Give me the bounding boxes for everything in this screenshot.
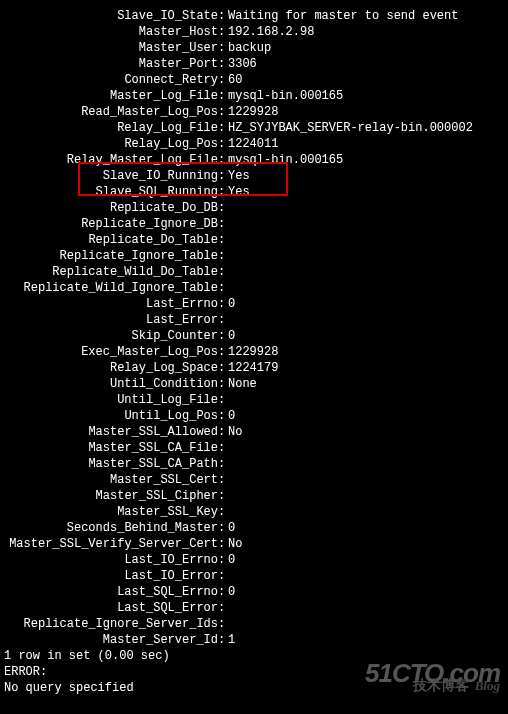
status-value [226,280,506,296]
status-label: Master_SSL_CA_Path [2,456,218,472]
status-row: Last_Error: [2,312,506,328]
status-label: Relay_Log_File [2,120,218,136]
status-label: Until_Condition [2,376,218,392]
status-value: 3306 [226,56,506,72]
status-value [226,440,506,456]
status-row: Master_User:backup [2,40,506,56]
status-row: Master_Log_File:mysql-bin.000165 [2,88,506,104]
colon: : [218,56,226,72]
status-value: mysql-bin.000165 [226,152,506,168]
status-label: Master_SSL_Cipher [2,488,218,504]
status-label: Slave_IO_State [2,8,218,24]
status-value [226,568,506,584]
colon: : [218,200,226,216]
status-row: Master_Host:192.168.2.98 [2,24,506,40]
status-value: 0 [226,584,506,600]
status-row: Relay_Log_Pos:1224011 [2,136,506,152]
status-value: 1 [226,632,506,648]
status-value: HZ_SYJYBAK_SERVER-relay-bin.000002 [226,120,506,136]
colon: : [218,504,226,520]
status-row: Read_Master_Log_Pos:1229928 [2,104,506,120]
status-row: Slave_SQL_Running:Yes [2,184,506,200]
colon: : [218,136,226,152]
status-label: Last_SQL_Error [2,600,218,616]
status-label: Master_SSL_CA_File [2,440,218,456]
colon: : [218,472,226,488]
status-value [226,504,506,520]
colon: : [218,376,226,392]
colon: : [218,168,226,184]
status-label: Seconds_Behind_Master [2,520,218,536]
status-label: Slave_IO_Running [2,168,218,184]
status-row: Relay_Log_Space:1224179 [2,360,506,376]
colon: : [218,312,226,328]
status-label: Master_Host [2,24,218,40]
status-value: Waiting for master to send event [226,8,506,24]
status-value: 1229928 [226,344,506,360]
status-row: Last_IO_Error: [2,568,506,584]
status-row: Replicate_Wild_Do_Table: [2,264,506,280]
status-label: Until_Log_Pos [2,408,218,424]
status-label: Replicate_Wild_Ignore_Table [2,280,218,296]
status-label: Last_Errno [2,296,218,312]
status-value: 60 [226,72,506,88]
colon: : [218,296,226,312]
colon: : [218,536,226,552]
status-label: Until_Log_File [2,392,218,408]
status-label: Replicate_Ignore_Server_Ids [2,616,218,632]
status-row: Seconds_Behind_Master:0 [2,520,506,536]
status-value [226,456,506,472]
colon: : [218,600,226,616]
status-value: mysql-bin.000165 [226,88,506,104]
status-row: Last_SQL_Error: [2,600,506,616]
status-value: backup [226,40,506,56]
status-label: Replicate_Wild_Do_Table [2,264,218,280]
colon: : [218,40,226,56]
status-label: Last_IO_Errno [2,552,218,568]
colon: : [218,552,226,568]
colon: : [218,8,226,24]
status-label: Replicate_Ignore_DB [2,216,218,232]
status-label: Relay_Log_Pos [2,136,218,152]
error-message: No query specified [2,680,506,696]
status-row: Slave_IO_Running:Yes [2,168,506,184]
colon: : [218,568,226,584]
status-value: Yes [226,184,506,200]
status-value [226,200,506,216]
colon: : [218,264,226,280]
status-value [226,216,506,232]
status-label: Master_Port [2,56,218,72]
status-value [226,392,506,408]
status-label: Master_SSL_Key [2,504,218,520]
status-value: No [226,536,506,552]
colon: : [218,280,226,296]
status-label: Last_Error [2,312,218,328]
status-row: Master_SSL_Cipher: [2,488,506,504]
status-value [226,488,506,504]
status-value: None [226,376,506,392]
colon: : [218,632,226,648]
colon: : [218,24,226,40]
status-value: 192.168.2.98 [226,24,506,40]
colon: : [218,88,226,104]
status-label: Connect_Retry [2,72,218,88]
colon: : [218,584,226,600]
status-row: Replicate_Wild_Ignore_Table: [2,280,506,296]
status-label: Replicate_Do_DB [2,200,218,216]
status-label: Last_IO_Error [2,568,218,584]
colon: : [218,392,226,408]
status-label: Master_Log_File [2,88,218,104]
status-label: Master_User [2,40,218,56]
status-label: Replicate_Do_Table [2,232,218,248]
status-row: Master_SSL_Cert: [2,472,506,488]
status-row: Until_Log_Pos:0 [2,408,506,424]
status-value: 1224011 [226,136,506,152]
status-row: Master_SSL_Verify_Server_Cert:No [2,536,506,552]
status-value [226,600,506,616]
colon: : [218,152,226,168]
status-label: Master_Server_Id [2,632,218,648]
status-row: Master_SSL_CA_File: [2,440,506,456]
status-row: Last_SQL_Errno:0 [2,584,506,600]
status-row: Replicate_Ignore_Table: [2,248,506,264]
colon: : [218,232,226,248]
